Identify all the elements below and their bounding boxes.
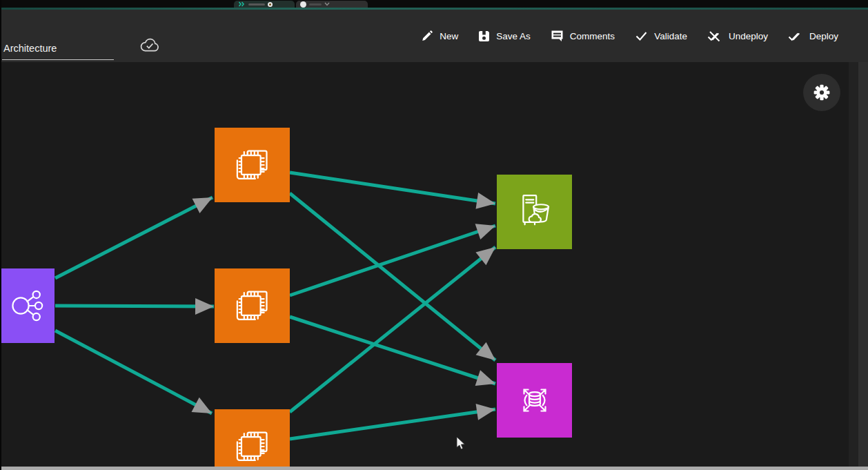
avatar-dot-icon bbox=[268, 2, 273, 7]
edge-compute-1-to-storage[interactable] bbox=[290, 173, 495, 204]
tab-title-placeholder bbox=[248, 3, 265, 6]
node-compute-1[interactable] bbox=[215, 128, 290, 202]
app-window: New Save As Comments bbox=[0, 0, 868, 470]
diagram-name-input[interactable] bbox=[2, 40, 114, 60]
cloud-check-icon bbox=[139, 37, 160, 55]
node-load-balancer[interactable] bbox=[0, 268, 55, 343]
arrowhead-icon bbox=[475, 370, 498, 391]
validate-label: Validate bbox=[654, 31, 687, 41]
comments-button[interactable]: Comments bbox=[551, 30, 615, 42]
browser-tab-inactive[interactable] bbox=[296, 1, 368, 8]
new-button[interactable]: New bbox=[421, 30, 458, 42]
compute-instances-icon bbox=[231, 425, 274, 467]
double-checkmark-slash-icon bbox=[707, 30, 722, 42]
gear-icon bbox=[813, 84, 831, 101]
load-balancer-icon bbox=[6, 284, 49, 327]
node-database[interactable] bbox=[497, 363, 572, 438]
node-compute-2[interactable] bbox=[215, 268, 290, 343]
new-label: New bbox=[440, 31, 458, 41]
app-logo-icon bbox=[238, 1, 246, 8]
save-as-button[interactable]: Save As bbox=[478, 30, 531, 42]
storage-server-bucket-icon bbox=[513, 190, 556, 233]
edge-load-balancer-to-compute-3[interactable] bbox=[55, 331, 212, 413]
node-compute-3[interactable] bbox=[215, 409, 290, 467]
edge-compute-2-to-storage[interactable] bbox=[290, 226, 495, 295]
undeploy-label: Undeploy bbox=[729, 31, 768, 41]
canvas-edge-gutter bbox=[849, 62, 858, 467]
speech-bubble-icon bbox=[551, 30, 564, 42]
floppy-disk-icon bbox=[478, 30, 490, 42]
double-checkmark-icon bbox=[788, 30, 803, 42]
toolbar: New Save As Comments bbox=[421, 10, 838, 62]
globe-icon bbox=[300, 1, 306, 8]
header-bar: New Save As Comments bbox=[0, 10, 868, 62]
diagram-canvas[interactable] bbox=[0, 62, 849, 467]
arrowhead-icon bbox=[192, 398, 216, 421]
edges-layer bbox=[0, 62, 849, 467]
edge-compute-2-to-database[interactable] bbox=[290, 317, 495, 384]
comments-label: Comments bbox=[570, 31, 615, 41]
window-left-border bbox=[0, 0, 1, 470]
compute-instances-icon bbox=[231, 284, 274, 327]
edge-compute-3-to-database[interactable] bbox=[290, 409, 495, 439]
validate-button[interactable]: Validate bbox=[635, 30, 687, 41]
arrowhead-icon bbox=[475, 218, 498, 239]
deploy-label: Deploy bbox=[809, 31, 838, 41]
undeploy-button[interactable]: Undeploy bbox=[707, 30, 768, 42]
canvas-settings-button[interactable] bbox=[803, 74, 840, 111]
database-scaling-icon bbox=[513, 379, 556, 422]
edge-load-balancer-to-compute-1[interactable] bbox=[55, 197, 213, 278]
save-as-label: Save As bbox=[496, 31, 531, 41]
tab-title-placeholder bbox=[309, 3, 322, 6]
edge-load-balancer-to-compute-2[interactable] bbox=[55, 306, 214, 306]
horizontal-scrollbar[interactable] bbox=[0, 467, 868, 470]
arrowhead-icon bbox=[195, 298, 214, 315]
browser-tab-active[interactable] bbox=[234, 1, 295, 8]
node-storage[interactable] bbox=[497, 175, 572, 249]
edge-compute-1-to-database[interactable] bbox=[290, 193, 495, 360]
right-panel-gutter bbox=[858, 62, 868, 470]
compute-instances-icon bbox=[231, 144, 274, 186]
pencil-icon bbox=[421, 30, 433, 42]
arrowhead-icon bbox=[193, 190, 217, 213]
checkmark-icon bbox=[635, 30, 648, 41]
browser-tab-strip bbox=[0, 0, 868, 8]
chevron-down-icon bbox=[324, 2, 330, 6]
edge-compute-3-to-storage[interactable] bbox=[290, 247, 495, 412]
deploy-button[interactable]: Deploy bbox=[788, 30, 838, 42]
